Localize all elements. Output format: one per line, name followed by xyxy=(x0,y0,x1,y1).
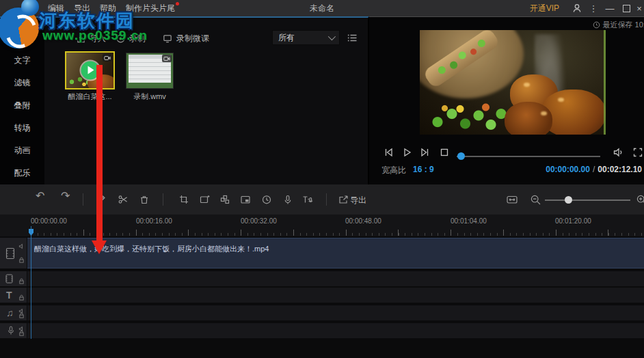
text-to-speech-icon[interactable] xyxy=(301,194,312,205)
preview-art xyxy=(503,69,606,135)
fullscreen-icon[interactable] xyxy=(632,146,644,159)
lock-icon[interactable] xyxy=(18,294,25,301)
text-track-icon: T xyxy=(6,290,12,301)
track-text: T xyxy=(0,288,644,303)
track-pip xyxy=(0,271,644,286)
video-clip[interactable]: 醋溜白菜这样做，好吃到爆，还特别下饭，厨房小白都能做出来！.mp4 xyxy=(27,238,644,268)
track-music: ♫ xyxy=(0,305,644,320)
screen-record-icon xyxy=(162,33,173,44)
pip-track-icon xyxy=(5,273,14,284)
close-button[interactable]: × xyxy=(634,0,644,16)
seek-handle[interactable] xyxy=(457,152,465,160)
track-voice-header xyxy=(0,323,27,338)
ruler-timestamp: 00:00:16.00 xyxy=(136,217,172,225)
sidebar: 文字 滤镜 叠附 转场 动画 配乐 xyxy=(0,18,44,184)
play-button[interactable] xyxy=(401,146,413,159)
music-track-icon: ♫ xyxy=(6,307,14,318)
pip-icon[interactable] xyxy=(240,194,251,205)
track-pip-lane[interactable] xyxy=(27,271,644,286)
aspect-ratio-value[interactable]: 16 : 9 xyxy=(413,165,434,174)
aspect-ratio-label[interactable]: 宽高比 xyxy=(381,165,406,176)
sidebar-item-transition[interactable]: 转场 xyxy=(0,121,44,135)
export-button[interactable]: 导出 xyxy=(350,195,366,206)
title-bar: 文件 编辑 导出 帮助 制作片头片尾 未命名 开通VIP ⋮ — × xyxy=(0,0,644,16)
timecode: 00:00:00.00/00:02:12.10 xyxy=(546,165,642,174)
divider xyxy=(163,193,163,206)
playhead-line[interactable] xyxy=(31,226,31,339)
vip-button[interactable]: 开通VIP xyxy=(530,3,559,14)
redo-icon[interactable]: ↷ xyxy=(61,191,70,202)
next-frame-button[interactable] xyxy=(418,146,431,159)
record-button[interactable]: 录制 xyxy=(116,30,146,46)
sidebar-item-filter[interactable]: 滤镜 xyxy=(0,76,44,90)
more-menu-icon[interactable]: ⋮ xyxy=(585,0,602,16)
record-course-label: 录制微课 xyxy=(176,33,209,44)
ruler-ticks xyxy=(31,230,644,236)
chevron-down-icon xyxy=(328,33,336,40)
lock-icon[interactable] xyxy=(18,257,25,263)
track-voice xyxy=(0,323,644,338)
sidebar-item-music[interactable]: 配乐 xyxy=(0,166,44,180)
duration-clock-icon[interactable] xyxy=(261,194,272,205)
user-icon[interactable] xyxy=(569,0,585,16)
stop-button[interactable] xyxy=(438,146,451,159)
clock-icon xyxy=(593,21,600,29)
annotation-arrow-shaft xyxy=(96,65,103,241)
minimize-button[interactable]: — xyxy=(602,0,618,16)
sidebar-item-text[interactable]: 文字 xyxy=(0,53,44,67)
list-view-icon[interactable] xyxy=(347,32,358,44)
mosaic-icon[interactable] xyxy=(219,194,230,205)
export-icon[interactable] xyxy=(338,194,349,205)
record-course-button[interactable]: 录制微课 xyxy=(162,30,209,46)
media-library: 导入 录制 录制微课 所有 xyxy=(44,18,368,184)
video-preview-frame xyxy=(420,30,606,135)
volume-icon[interactable] xyxy=(612,146,624,159)
seek-bar[interactable] xyxy=(457,156,600,157)
timeline-zoom-slider[interactable] xyxy=(545,199,630,201)
media-item-recording[interactable] xyxy=(126,53,174,89)
sidebar-item-overlay[interactable]: 叠附 xyxy=(0,98,44,112)
split-scissors-icon[interactable] xyxy=(118,194,129,205)
current-time: 00:00:00.00 xyxy=(546,165,590,174)
track-video-lane: 醋溜白菜这样做，好吃到爆，还特别下饭，厨房小白都能做出来！.mp4 xyxy=(27,238,644,268)
lock-icon[interactable] xyxy=(18,312,25,318)
track-text-header: T xyxy=(0,288,27,303)
divider xyxy=(326,193,327,206)
ruler-timestamp: 00:00:48.00 xyxy=(345,217,381,225)
delete-trash-icon[interactable] xyxy=(139,194,150,205)
media-item-label: 醋溜白菜这... xyxy=(64,92,116,102)
undo-icon[interactable]: ↶ xyxy=(36,191,44,202)
zoom-in-icon[interactable] xyxy=(636,194,644,205)
fit-timeline-icon[interactable] xyxy=(506,194,517,205)
divider xyxy=(83,193,83,206)
timeline-zoom-handle[interactable] xyxy=(565,196,572,204)
preview-art xyxy=(604,30,606,135)
sidebar-item-animation[interactable]: 动画 xyxy=(0,143,44,157)
video-clip-label: 醋溜白菜这样做，好吃到爆，还特别下饭，厨房小白都能做出来！.mp4 xyxy=(34,244,269,254)
media-filter-value: 所有 xyxy=(278,32,295,44)
crop-icon[interactable] xyxy=(178,194,189,205)
lock-icon[interactable] xyxy=(18,330,25,336)
camera-badge-icon xyxy=(162,55,172,62)
import-button[interactable]: 导入 xyxy=(76,30,106,46)
voiceover-mic-icon[interactable] xyxy=(282,194,293,205)
prev-frame-button[interactable] xyxy=(383,146,395,159)
media-filter-dropdown[interactable]: 所有 xyxy=(272,30,340,45)
track-voice-lane[interactable] xyxy=(27,323,644,338)
lock-icon[interactable] xyxy=(18,278,25,284)
preview-info-row: 宽高比 16 : 9 00:00:00.00/00:02:12.10 xyxy=(369,165,644,177)
media-item-label: 录制.wmv xyxy=(126,92,174,102)
media-item-video[interactable] xyxy=(65,51,115,90)
record-icon xyxy=(116,33,126,44)
maximize-button[interactable] xyxy=(618,0,634,16)
track-pip-header xyxy=(0,271,27,286)
maximize-icon xyxy=(623,5,630,12)
track-text-lane[interactable] xyxy=(27,288,644,303)
annotation-arrow-head xyxy=(92,240,107,254)
canvas-size-icon[interactable] xyxy=(199,194,210,205)
track-video-header xyxy=(0,238,27,268)
zoom-out-icon[interactable] xyxy=(530,194,541,205)
track-music-lane[interactable] xyxy=(27,305,644,320)
mute-icon[interactable] xyxy=(18,243,25,249)
total-time: 00:02:12.10 xyxy=(598,165,642,174)
